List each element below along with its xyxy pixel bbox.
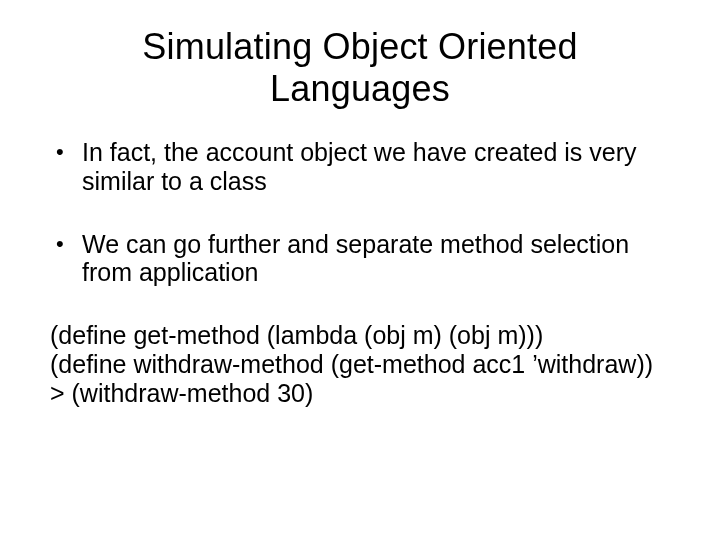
bullet-item: We can go further and separate method se… — [50, 230, 670, 288]
bullet-item: In fact, the account object we have crea… — [50, 138, 670, 196]
code-block: (define get-method (lambda (obj m) (obj … — [50, 321, 670, 407]
code-line: (define get-method (lambda (obj m) (obj … — [50, 321, 670, 350]
slide-body: In fact, the account object we have crea… — [50, 138, 670, 407]
code-line: (define withdraw-method (get-method acc1… — [50, 350, 670, 379]
code-line: > (withdraw-method 30) — [50, 379, 670, 408]
slide-title: Simulating Object Oriented Languages — [50, 26, 670, 110]
slide: Simulating Object Oriented Languages In … — [0, 0, 720, 540]
bullet-list: In fact, the account object we have crea… — [50, 138, 670, 287]
